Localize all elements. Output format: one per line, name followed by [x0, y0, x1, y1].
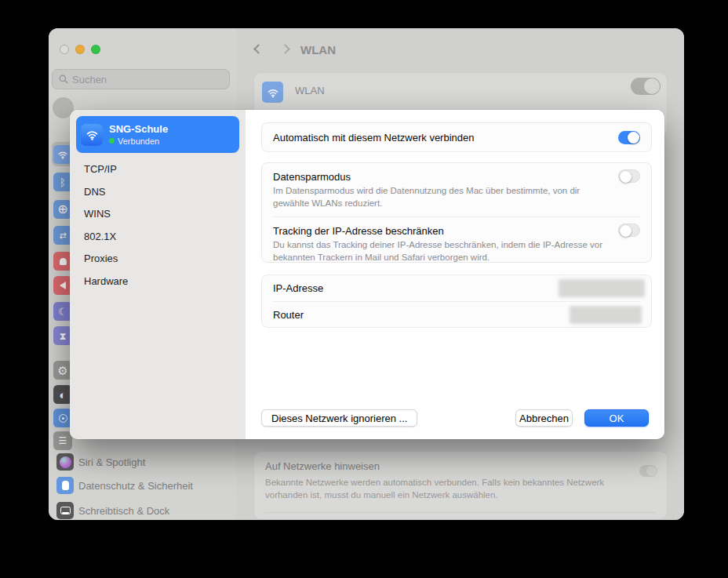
page-title: WLAN [300, 43, 336, 56]
tab-proxies[interactable]: Proxies [76, 248, 239, 271]
wifi-icon [262, 82, 283, 103]
desktop: Suchen ᛒ ⊕ ⇄ ☾ ⧗ ⚙ ◐ ☰ Siri & Spotlight [0, 0, 728, 578]
address-group: IP-Adresse Router [261, 274, 652, 328]
dialog-tabs: TCP/IP DNS WINS 802.1X Proxies Hardware [76, 158, 239, 293]
sidebar-item-label: Datenschutz & Sicherheit [78, 478, 193, 495]
tab-hardware[interactable]: Hardware [76, 271, 239, 293]
tab-wins[interactable]: WINS [76, 203, 239, 226]
notify-networks-description: Bekannte Netzwerke werden automatisch ve… [265, 477, 617, 501]
siri-icon [56, 453, 74, 471]
search-icon [59, 75, 68, 84]
minimize-button[interactable] [75, 45, 85, 54]
notify-networks-toggle[interactable] [639, 465, 657, 477]
control-center-icon[interactable]: ☰ [53, 431, 72, 450]
low-data-title: Datensparmodus [273, 171, 613, 183]
router-value-redacted [570, 306, 642, 324]
auto-join-label: Automatisch mit diesem Netzwerk verbinde… [273, 123, 475, 153]
notify-networks-group: Auf Netzwerke hinweisen Bekannte Netzwer… [253, 451, 668, 520]
sidebar-item-label: Siri & Spotlight [78, 454, 145, 471]
network-details-dialog: SNG-Schule Verbunden TCP/IP DNS WINS 802… [70, 110, 664, 439]
limit-ip-tracking-description: Du kannst das Tracking deiner IP-Adresse… [273, 239, 613, 264]
limit-ip-tracking-title: Tracking der IP-Adresse beschränken [273, 225, 613, 237]
wlan-toggle[interactable] [631, 78, 661, 95]
options-group: Datensparmodus Im Datensparmodus wird di… [261, 162, 652, 263]
row-divider [265, 512, 656, 513]
low-data-description: Im Datensparmodus wird die Datennutzung … [273, 185, 613, 209]
dialog-sidebar: SNG-Schule Verbunden TCP/IP DNS WINS 802… [70, 110, 246, 439]
search-input[interactable]: Suchen [52, 69, 230, 89]
wlan-row-label: WLAN [295, 85, 325, 96]
dialog-content: Automatisch mit diesem Netzwerk verbinde… [246, 110, 664, 439]
privacy-hand-icon [56, 477, 74, 494]
tab-dns[interactable]: DNS [76, 181, 239, 204]
cancel-button[interactable]: Abbrechen [515, 409, 573, 427]
notify-networks-title: Auf Netzwerke hinweisen [265, 460, 380, 472]
wifi-icon [81, 124, 103, 146]
zoom-button[interactable] [91, 45, 100, 54]
ip-address-label: IP-Adresse [273, 275, 323, 301]
close-button[interactable] [60, 45, 69, 54]
low-data-toggle[interactable] [618, 169, 640, 183]
forget-network-button[interactable]: Dieses Netzwerk ignorieren ... [261, 409, 417, 427]
network-item-selected[interactable]: SNG-Schule Verbunden [76, 116, 239, 153]
window-controls [60, 45, 100, 54]
network-status: Verbunden [118, 136, 159, 146]
connected-dot-icon [109, 138, 115, 144]
auto-join-toggle[interactable] [618, 131, 640, 144]
network-name: SNG-Schule [109, 123, 168, 136]
forward-chevron-icon[interactable] [280, 44, 290, 54]
back-chevron-icon[interactable] [253, 44, 264, 54]
limit-ip-tracking-toggle[interactable] [618, 224, 640, 237]
tab-8021x[interactable]: 802.1X [76, 226, 239, 249]
desktop-dock-icon [56, 502, 74, 519]
search-placeholder: Suchen [72, 74, 107, 85]
tab-tcpip[interactable]: TCP/IP [76, 158, 239, 181]
ok-button[interactable]: OK [584, 409, 649, 427]
router-label: Router [273, 302, 304, 328]
auto-join-group: Automatisch mit diesem Netzwerk verbinde… [261, 122, 652, 152]
ip-address-value-redacted [559, 279, 645, 297]
sidebar-item-label: Schreibtisch & Dock [78, 503, 169, 520]
